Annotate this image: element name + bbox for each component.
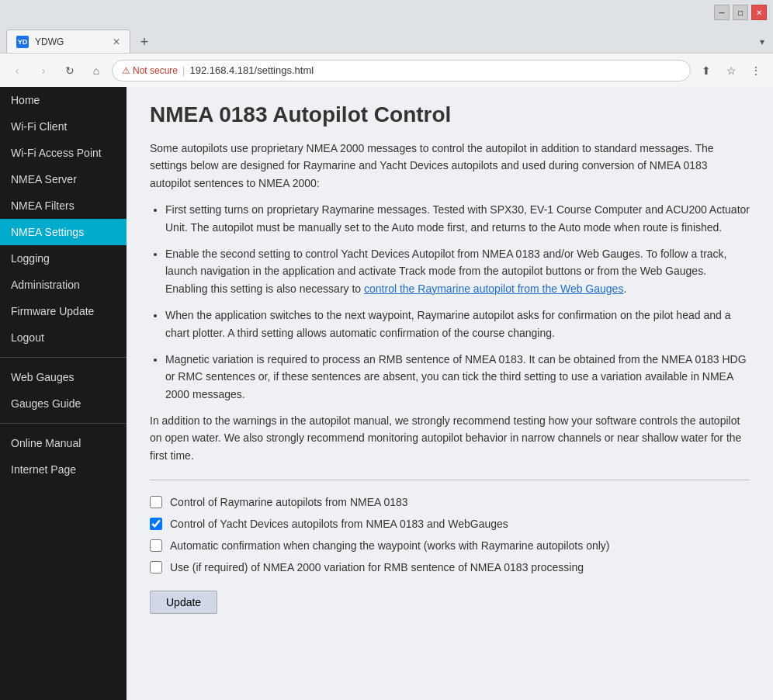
- checkbox-yacht-devices[interactable]: [150, 518, 162, 530]
- tab-dropdown-button[interactable]: ▾: [751, 31, 773, 53]
- menu-button[interactable]: ⋮: [745, 60, 767, 81]
- browser-tab[interactable]: YD YDWG ✕: [6, 29, 130, 53]
- sidebar-item-gauges-guide[interactable]: Gauges Guide: [0, 390, 127, 417]
- sidebar-item-logging[interactable]: Logging: [0, 245, 127, 272]
- minimize-button[interactable]: ─: [714, 5, 730, 20]
- checkbox-nmea2000-variation-label: Use (if required) of NMEA 2000 variation…: [170, 561, 584, 574]
- checkbox-auto-confirm[interactable]: [150, 539, 162, 552]
- bullet-item-3: When the application switches to the nex…: [165, 307, 750, 341]
- restore-button[interactable]: □: [733, 5, 748, 20]
- sidebar-divider-2: [0, 423, 127, 424]
- refresh-button[interactable]: ↻: [59, 60, 81, 81]
- address-input[interactable]: ⚠ Not secure | 192.168.4.181/settings.ht…: [112, 60, 691, 81]
- sidebar-item-nmea-settings[interactable]: NMEA Settings: [0, 219, 127, 245]
- tab-title: YDWG: [35, 36, 106, 47]
- bullet-list: First setting turns on proprietary Rayma…: [165, 201, 750, 403]
- bullet-item-4: Magnetic variation is required to proces…: [165, 351, 750, 403]
- share-button[interactable]: ⬆: [695, 60, 717, 81]
- url-separator: |: [182, 64, 185, 76]
- raymarine-link[interactable]: control the Raymarine autopilot from the…: [364, 282, 623, 295]
- checkbox-yacht-devices-label: Control of Yacht Devices autopilots from…: [170, 518, 508, 530]
- sidebar-item-wifi-ap[interactable]: Wi-Fi Access Point: [0, 140, 127, 166]
- checkbox-row-4: Use (if required) of NMEA 2000 variation…: [150, 561, 750, 574]
- back-button[interactable]: ‹: [6, 60, 28, 81]
- not-secure-indicator: ⚠ Not secure: [122, 65, 178, 76]
- sidebar: Home Wi-Fi Client Wi-Fi Access Point NME…: [0, 87, 127, 700]
- bullet-item-1: First setting turns on proprietary Rayma…: [165, 201, 750, 236]
- address-actions: ⬆ ☆ ⋮: [695, 60, 767, 81]
- browser-content: Home Wi-Fi Client Wi-Fi Access Point NME…: [0, 87, 773, 700]
- sidebar-item-web-gauges[interactable]: Web Gauges: [0, 364, 127, 390]
- close-button[interactable]: ✕: [751, 5, 767, 20]
- tab-favicon: YD: [16, 36, 29, 48]
- checkbox-raymarine[interactable]: [150, 496, 162, 508]
- checkbox-raymarine-label: Control of Raymarine autopilots from NME…: [170, 496, 408, 508]
- sidebar-item-firmware[interactable]: Firmware Update: [0, 298, 127, 324]
- home-button[interactable]: ⌂: [85, 60, 107, 81]
- sidebar-item-online-manual[interactable]: Online Manual: [0, 430, 127, 456]
- sidebar-item-internet-page[interactable]: Internet Page: [0, 456, 127, 483]
- address-bar: ‹ › ↻ ⌂ ⚠ Not secure | 192.168.4.181/set…: [0, 53, 773, 87]
- page-title: NMEA 0183 Autopilot Control: [150, 102, 750, 127]
- checkbox-row-3: Automatic confirmation when changing the…: [150, 539, 750, 552]
- sidebar-item-nmea-filters[interactable]: NMEA Filters: [0, 192, 127, 219]
- sidebar-item-home[interactable]: Home: [0, 87, 127, 113]
- tab-bar: YD YDWG ✕ + ▾: [0, 25, 773, 53]
- checkbox-row-2: Control of Yacht Devices autopilots from…: [150, 518, 750, 530]
- intro-text: Some autopilots use proprietary NMEA 200…: [150, 140, 750, 192]
- bookmark-button[interactable]: ☆: [720, 60, 742, 81]
- checkbox-row-1: Control of Raymarine autopilots from NME…: [150, 496, 750, 508]
- checkbox-nmea2000-variation[interactable]: [150, 561, 162, 574]
- sidebar-divider-1: [0, 357, 127, 358]
- tab-close-button[interactable]: ✕: [113, 36, 120, 47]
- warning-text: In addition to the warnings in the autop…: [150, 412, 750, 464]
- sidebar-item-wifi-client[interactable]: Wi-Fi Client: [0, 113, 127, 140]
- url-display: 192.168.4.181/settings.html: [189, 64, 314, 76]
- new-tab-button[interactable]: +: [133, 31, 155, 53]
- sidebar-item-nmea-server[interactable]: NMEA Server: [0, 166, 127, 192]
- warning-icon: ⚠: [122, 65, 130, 76]
- checkbox-auto-confirm-label: Automatic confirmation when changing the…: [170, 539, 610, 552]
- title-bar-controls: ─ □ ✕: [714, 5, 767, 20]
- sidebar-item-logout[interactable]: Logout: [0, 324, 127, 351]
- browser-chrome: ─ □ ✕ YD YDWG ✕ + ▾ ‹ › ↻ ⌂ ⚠ Not secure…: [0, 0, 773, 87]
- update-button[interactable]: Update: [150, 591, 217, 614]
- sidebar-item-administration[interactable]: Administration: [0, 272, 127, 298]
- section-divider: [150, 480, 750, 480]
- forward-button[interactable]: ›: [33, 60, 54, 81]
- title-bar: ─ □ ✕: [0, 0, 773, 25]
- bullet-item-2: Enable the second setting to control Yac…: [165, 245, 750, 297]
- page-content: NMEA 0183 Autopilot Control Some autopil…: [127, 87, 773, 700]
